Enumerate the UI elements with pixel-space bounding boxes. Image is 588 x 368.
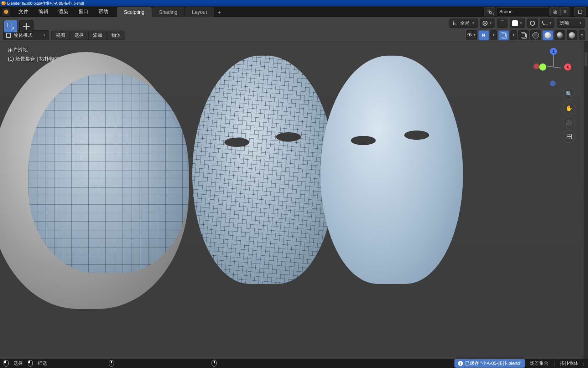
snap-toggle[interactable]: ⌒	[497, 19, 508, 28]
solid-sphere-icon	[545, 32, 551, 39]
mouse-lmb-icon	[4, 360, 9, 367]
shading-solid[interactable]	[542, 30, 553, 40]
nav-gizmo[interactable]: Z X Y	[536, 48, 571, 83]
menu-add[interactable]: 添加	[88, 31, 107, 40]
viewport-header: 物体模式 ▼ 视图 选择 添加 物体 👁▼ ✥ ▼ ▼ ▼	[0, 29, 588, 41]
gizmo-axis-y[interactable]: Y	[539, 63, 546, 71]
smooth-mask-mesh	[321, 56, 463, 284]
snap-type-dropdown[interactable]: ▼	[510, 19, 525, 28]
tab-add-button[interactable]: +	[214, 8, 224, 17]
menu-edit[interactable]: 编辑	[33, 6, 53, 17]
svg-point-3	[488, 10, 490, 12]
status-saved-chip: i 已保存 "小A-05-拓扑.blend"	[454, 359, 525, 368]
proportional-falloff-dropdown[interactable]: ▼	[540, 19, 555, 28]
pivot-point-dropdown[interactable]: ▼	[480, 19, 495, 28]
menu-object[interactable]: 物体	[107, 31, 125, 40]
nav-zoom-button[interactable]: 🔍	[563, 88, 575, 100]
viewport-menu-group: 视图 选择 添加 物体	[51, 31, 125, 40]
status-separator-2: |	[583, 361, 584, 366]
status-separator: |	[553, 361, 555, 366]
proportional-icon	[530, 21, 535, 26]
tool-header: 全局 ▼ ▼ ⌒ ▼ ▼ 选项▼	[0, 17, 588, 29]
left-toolbar	[4, 20, 33, 33]
status-saved-text: 已保存 "小A-05-拓扑.blend"	[465, 360, 521, 367]
menu-help[interactable]: 帮助	[93, 6, 113, 17]
gizmo-axis-neg[interactable]	[534, 63, 539, 69]
gizmo-axis-z[interactable]: Z	[550, 48, 557, 55]
menu-render[interactable]: 渲染	[53, 6, 73, 17]
snap-increment-icon	[512, 20, 518, 26]
svg-point-2	[6, 11, 7, 12]
info-icon: i	[458, 361, 463, 366]
xray-toggle[interactable]	[518, 30, 529, 40]
viewlayer-browse-icon[interactable]	[574, 7, 586, 16]
shading-wireframe[interactable]	[530, 30, 541, 40]
orientation-icon	[453, 21, 458, 26]
tool-cursor[interactable]	[19, 20, 33, 33]
scene-browse-icon[interactable]	[484, 7, 495, 16]
viewport-shading-controls: 👁▼ ✥ ▼ ▼ ▼	[466, 30, 585, 40]
retopo-face-overlay	[28, 73, 189, 273]
window-titlebar: Blender [E:\00-pigo\作业\小A-05-拓扑.blend]	[0, 0, 588, 6]
gizmo-axis-z-neg[interactable]	[550, 81, 556, 86]
options-label: 选项	[560, 20, 569, 26]
tool-tweak[interactable]	[4, 20, 18, 33]
options-dropdown[interactable]: 选项▼	[557, 19, 585, 28]
wireframe-sphere-icon	[532, 32, 539, 39]
transform-orientation-dropdown[interactable]: 全局 ▼	[449, 19, 478, 28]
scene-new-button[interactable]	[550, 7, 560, 16]
pivot-icon	[483, 21, 488, 26]
camera-icon: 🎥	[566, 119, 573, 126]
shading-material[interactable]	[555, 30, 565, 40]
viewport-nav-buttons: 🔍 ✋ 🎥	[563, 88, 575, 143]
xray-icon	[521, 32, 526, 38]
gizmo-axis-x[interactable]: X	[564, 63, 571, 71]
menu-file[interactable]: 文件	[14, 6, 33, 17]
object-mode-icon	[6, 33, 11, 38]
tab-shading[interactable]: Shading	[152, 7, 184, 17]
gizmo-toggle[interactable]: ✥	[478, 30, 489, 40]
svg-rect-7	[578, 10, 582, 13]
titlebar-path: [E:\00-pigo\作业\小A-05-拓扑.blend]	[22, 1, 84, 6]
overlay-toggle[interactable]	[498, 30, 509, 40]
status-collection: 场景集合	[530, 360, 548, 367]
statusbar: 选择 框选 i 已保存 "小A-05-拓扑.blend" 场景集合 | 拓扑物体…	[0, 359, 588, 368]
sidebar-handle-icon	[584, 52, 587, 66]
status-select-label: 选择	[14, 360, 23, 367]
orientation-label: 全局	[460, 20, 469, 26]
hand-icon: ✋	[566, 105, 573, 112]
shading-dropdown[interactable]: ▼	[579, 30, 585, 40]
scene-selector-group: ✕	[484, 7, 586, 16]
eye-icon: 👁	[467, 32, 473, 39]
menu-window[interactable]: 窗口	[73, 6, 93, 17]
overlay-dropdown[interactable]: ▼	[510, 30, 517, 40]
tab-layout[interactable]: Layout	[185, 7, 214, 17]
grid-icon	[567, 134, 572, 139]
svg-point-4	[489, 11, 491, 14]
material-sphere-icon	[557, 32, 563, 39]
gizmo-dropdown[interactable]: ▼	[490, 30, 497, 40]
proportional-toggle[interactable]	[527, 19, 538, 28]
menu-view[interactable]: 视图	[51, 31, 70, 40]
scene-name-input[interactable]	[496, 7, 550, 16]
properties-sidebar-collapsed[interactable]	[584, 41, 588, 359]
scene-delete-button[interactable]: ✕	[560, 7, 569, 16]
nav-ortho-button[interactable]	[563, 131, 575, 143]
viewport-3d[interactable]: 用户透视 (1) 场景集合 | 拓扑物体 Z X Y 🔍 ✋ 🎥	[0, 41, 584, 359]
blender-app-icon[interactable]	[2, 8, 10, 16]
menu-select[interactable]: 选择	[70, 31, 88, 40]
workspace-tabs: Sculpting Shading Layout +	[117, 6, 224, 17]
magnet-icon: ⌒	[500, 20, 505, 26]
main-menubar: 文件 编辑 渲染 窗口 帮助 Sculpting Shading Layout …	[0, 6, 588, 17]
viewport-perspective-label: 用户透视	[8, 46, 59, 55]
overlay-icon	[501, 32, 506, 38]
visibility-dropdown[interactable]: 👁▼	[466, 30, 477, 40]
tweak-icon	[7, 23, 14, 30]
nav-pan-button[interactable]: ✋	[563, 102, 575, 114]
nav-camera-button[interactable]: 🎥	[563, 116, 575, 128]
tab-sculpting[interactable]: Sculpting	[117, 7, 152, 17]
cursor-3d-icon	[23, 23, 30, 30]
titlebar-app: Blender	[7, 1, 21, 5]
shading-rendered[interactable]	[567, 30, 577, 40]
zoom-icon: 🔍	[566, 91, 573, 97]
